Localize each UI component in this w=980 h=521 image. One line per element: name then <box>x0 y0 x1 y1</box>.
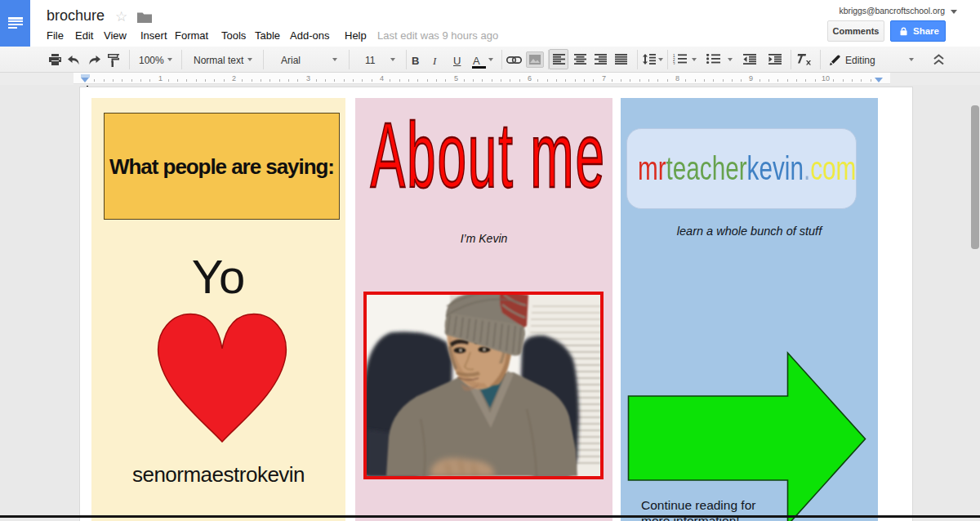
svg-text:3: 3 <box>673 62 675 65</box>
